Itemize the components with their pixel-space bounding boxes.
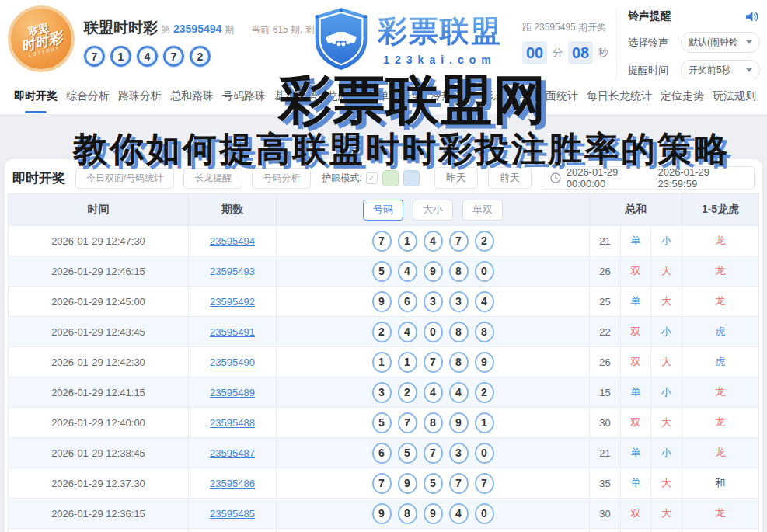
draw-time: 2026-01-29 12:38:45: [9, 438, 189, 468]
number-ball: 1: [398, 231, 417, 252]
numbers-cell: 32442: [277, 377, 590, 407]
clock-icon: [550, 172, 561, 183]
number-ball: 7: [398, 412, 417, 433]
dragon-tiger-cell: 龙: [682, 226, 758, 256]
table-row: 2026-01-29 12:38:45235954876573021单小龙: [9, 437, 758, 468]
sum-cell: 21: [590, 438, 621, 468]
odd-even-cell: 双: [621, 347, 651, 377]
big-small-cell: 大: [651, 287, 682, 316]
number-ball: 4: [449, 382, 469, 403]
number-ball: 0: [475, 503, 494, 524]
period-link[interactable]: 23595486: [210, 478, 255, 489]
remind-time-select[interactable]: 开奖前5秒: [681, 60, 760, 81]
nav-item-4[interactable]: 总和路珠: [170, 89, 214, 103]
period-link[interactable]: 23595490: [210, 356, 255, 368]
dragon-tiger-cell: 和: [682, 468, 758, 498]
nav-item-13[interactable]: 定位走势: [661, 89, 704, 103]
remind-time-value: 开奖前5秒: [689, 64, 731, 77]
odd-even-cell: 单: [621, 438, 651, 468]
period-cell: 23595486: [189, 468, 277, 498]
period-cell: 23595489: [189, 377, 277, 407]
toggle-odd-even[interactable]: 单双: [462, 200, 503, 221]
period-link[interactable]: 23595494: [210, 235, 255, 247]
overlay-subtitle: 教你如何提高联盟时时彩投注胜率的策略: [73, 127, 730, 172]
period-link[interactable]: 23595492: [210, 296, 255, 308]
sum-cell: 25: [590, 287, 621, 316]
overlay-title: 彩票联盟网: [279, 65, 547, 136]
number-ball: 9: [372, 503, 392, 524]
number-ball: 7: [475, 473, 494, 494]
sum-cell: 30: [590, 408, 621, 437]
numbers-cell: 24088: [277, 317, 590, 346]
nav-item-12[interactable]: 每日长龙统计: [587, 89, 652, 103]
draw-time: 2026-01-29 12:42:30: [9, 347, 189, 377]
chevron-down-icon: [746, 68, 752, 72]
number-ball: 1: [475, 412, 494, 433]
dragon-tiger-cell: 龙: [682, 377, 758, 407]
big-small-cell: 大: [651, 347, 682, 377]
brand-name: 彩票联盟: [378, 12, 502, 51]
period-link[interactable]: 23595491: [210, 326, 255, 338]
number-ball: 5: [398, 443, 417, 464]
number-ball: 8: [449, 322, 469, 342]
dragon-tiger-cell: 龙: [682, 408, 758, 437]
nav-item-3[interactable]: 路珠分析: [118, 89, 162, 103]
number-ball: 8: [449, 261, 469, 282]
number-ball: 8: [449, 352, 469, 373]
period-link[interactable]: 23595488: [210, 417, 255, 429]
speaker-icon[interactable]: [745, 11, 758, 23]
odd-even-cell: 双: [621, 499, 651, 528]
number-ball: 3: [449, 291, 469, 312]
number-ball: 7: [372, 473, 392, 494]
chevron-down-icon: [746, 40, 752, 44]
period-cell: 23595485: [189, 499, 277, 528]
nav-item-1[interactable]: 即时开奖: [14, 89, 58, 103]
period-cell: 23595493: [189, 256, 277, 286]
sound-panel: 铃声提醒 选择铃声 默认(闹钟铃 提醒时间 开奖前5秒: [616, 9, 761, 88]
number-ball: 4: [424, 231, 443, 252]
col-period: 期数: [189, 194, 277, 225]
number-ball: 7: [449, 473, 469, 494]
toggle-big-small[interactable]: 大小: [413, 200, 453, 221]
numbers-cell: 71472: [277, 226, 590, 256]
odd-even-cell: 双: [621, 256, 651, 286]
latest-draw-balls: 71472: [84, 46, 344, 67]
remind-time-label: 提醒时间: [628, 64, 675, 78]
number-ball: 4: [449, 503, 469, 524]
content-card: 即时开奖 今日双面/号码统计 长龙提醒 号码分析 护眼模式: ✓ 昨天 前天 2…: [5, 159, 762, 532]
results-table: 时间 期数 号码 大小 单双 总和 1-5龙虎 2026-01-29 12:47…: [8, 193, 759, 532]
sum-cell: 26: [590, 256, 621, 286]
countdown-label: 距 23595495 期开奖: [522, 21, 614, 34]
ringtone-row: 选择铃声 默认(闹钟铃: [628, 32, 761, 53]
big-small-cell: 小: [651, 438, 682, 468]
brand-text: 彩票联盟 123kai.com: [378, 12, 502, 66]
sum-cell: 21: [590, 226, 621, 256]
nav-item-14[interactable]: 玩法规则: [713, 89, 756, 103]
number-ball: 9: [398, 473, 417, 494]
toggle-numbers[interactable]: 号码: [363, 200, 403, 221]
header-number-ball: 7: [84, 46, 105, 67]
big-small-cell: 大: [651, 408, 682, 437]
dragon-tiger-cell: 虎: [682, 347, 758, 377]
nav-item-5[interactable]: 号码路珠: [222, 89, 266, 103]
period-link[interactable]: 23595485: [210, 508, 255, 520]
period-link[interactable]: 23595489: [210, 387, 255, 398]
countdown-minutes-unit: 分: [553, 46, 563, 60]
eye-mode-checkbox[interactable]: ✓: [366, 172, 378, 184]
big-small-cell: 小: [651, 317, 682, 346]
big-small-cell: 小: [651, 226, 682, 256]
odd-even-cell: 单: [621, 287, 651, 316]
nav-item-2[interactable]: 综合分析: [66, 89, 110, 103]
shield-handshake-icon: [312, 6, 370, 71]
period-link[interactable]: 23595493: [210, 266, 255, 277]
draw-time: 2026-01-29 12:40:00: [9, 408, 189, 437]
number-ball: 0: [424, 322, 443, 342]
number-ball: 5: [372, 261, 392, 282]
big-small-cell: 大: [651, 499, 682, 528]
countdown-seconds-unit: 秒: [598, 46, 608, 60]
ringtone-select[interactable]: 默认(闹钟铃: [681, 32, 760, 53]
period-cell: 23595492: [189, 287, 277, 316]
number-ball: 2: [398, 382, 417, 403]
number-ball: 3: [449, 443, 469, 464]
period-link[interactable]: 23595487: [210, 447, 255, 459]
